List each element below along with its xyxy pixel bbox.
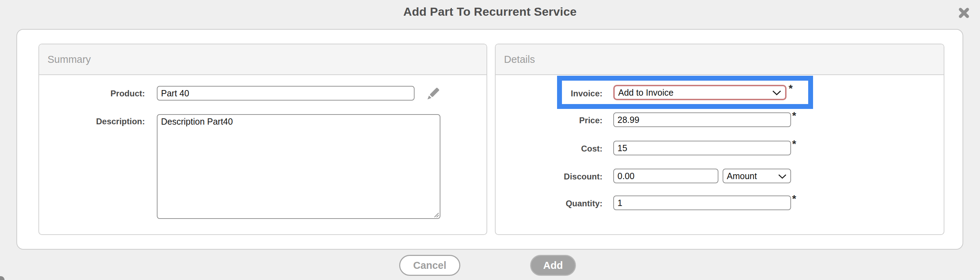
product-input[interactable] — [157, 86, 415, 100]
edit-product-button[interactable] — [424, 85, 442, 103]
cost-input[interactable] — [613, 141, 791, 155]
dialog-title: Add Part To Recurrent Service — [0, 5, 980, 19]
discount-label: Discount: — [505, 172, 603, 181]
quantity-input[interactable] — [613, 196, 791, 210]
description-label: Description: — [47, 117, 145, 126]
pencil-icon — [424, 99, 442, 104]
price-required-marker: * — [792, 110, 796, 121]
summary-panel-header: Summary — [39, 45, 487, 75]
close-icon — [956, 5, 972, 22]
discount-input[interactable] — [613, 169, 718, 183]
price-label: Price: — [505, 116, 603, 125]
price-input[interactable] — [613, 113, 791, 127]
details-panel-header: Details — [496, 45, 944, 75]
invoice-label: Invoice: — [505, 89, 603, 99]
description-textarea[interactable]: Description Part40 — [157, 114, 441, 219]
cancel-button[interactable]: Cancel — [399, 255, 460, 276]
cost-required-marker: * — [792, 138, 796, 150]
cost-label: Cost: — [505, 144, 603, 154]
chevron-down-icon — [772, 88, 782, 98]
discount-type-select[interactable]: Amount — [722, 169, 791, 183]
close-button[interactable] — [955, 4, 973, 22]
invoice-select-value: Add to Invoice — [618, 88, 673, 98]
quantity-required-marker: * — [792, 193, 796, 205]
add-part-dialog: Add Part To Recurrent Service Summary De… — [0, 0, 980, 280]
product-label: Product: — [47, 89, 145, 99]
discount-type-value: Amount — [727, 171, 757, 181]
invoice-select[interactable]: Add to Invoice — [613, 85, 786, 100]
chevron-down-icon — [778, 171, 787, 181]
background-corner — [0, 276, 5, 280]
invoice-required-marker: * — [789, 83, 793, 94]
add-button[interactable]: Add — [530, 255, 576, 276]
quantity-label: Quantity: — [505, 199, 603, 208]
